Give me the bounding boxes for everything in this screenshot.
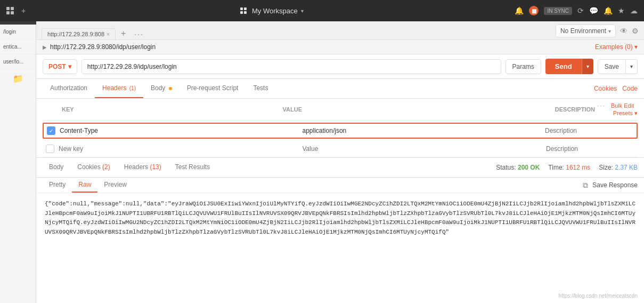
content-type-desc-input[interactable] [541,126,637,135]
col-actions: ··· Bulk Edit Presets ▾ [595,102,638,117]
request-bar: POST ▾ Params Send ▾ Save ▾ [36,54,644,79]
body-dot [169,87,172,90]
resp-headers-count: (13) [150,163,161,171]
method-dropdown[interactable]: POST ▾ [43,59,77,74]
cookies-link[interactable]: Cookies [594,85,617,92]
status-value: 200 OK [518,164,540,171]
examples-link[interactable]: Examples (0) ▾ [595,43,638,51]
star-icon[interactable]: ★ [618,6,625,15]
new-value-input[interactable] [298,144,542,154]
send-button[interactable]: Send [545,59,582,74]
tab-headers[interactable]: Headers (1) [95,79,143,98]
tab-tests[interactable]: Tests [246,79,275,98]
workspace-grid-icon2 [240,7,247,14]
time-label: Time: 1612 ms [548,164,590,171]
tab-test-results[interactable]: Test Results [169,160,216,175]
tab-headers-response[interactable]: Headers (13) [118,160,168,175]
breadcrumb-left: ▶ http://172.29.28.9:8080/idp/user/login [43,43,156,51]
add-tab-icon[interactable]: + [118,28,129,39]
format-subtabs: Pretty Raw Preview [43,178,133,193]
workspace-grid-icon [6,7,14,14]
content-type-key-input[interactable] [55,126,298,135]
sidebar-nav-item-userlo[interactable]: user/lo... [0,54,36,69]
tab-authorization[interactable]: Authorization [43,79,95,98]
env-label: No Environment [560,27,606,35]
subtab-raw[interactable]: Raw [72,178,97,193]
url-tabs-bar: http://172.29.28.9:808 × + ··· No Enviro… [36,21,644,40]
new-desc-input[interactable] [542,144,638,154]
tab-close-icon[interactable]: × [107,31,110,37]
code-link[interactable]: Code [622,85,638,92]
triangle-icon: ▶ [43,44,47,50]
environment-dropdown[interactable]: No Environment ▾ [556,25,616,37]
new-key-input[interactable] [54,144,298,154]
subtab-preview[interactable]: Preview [97,178,133,193]
watermark: https://blog.csdn.net/meiceatscdn [559,293,638,299]
gear-icon[interactable]: ⚙ [632,27,639,35]
time-value: 1612 ms [566,164,590,171]
save-chevron-button[interactable]: ▾ [626,59,638,74]
desc-col-header: Description [499,106,595,113]
sidebar-nav-item-entica[interactable]: entica... [0,39,36,54]
response-area: Body Cookies (2) Headers (13) Test Resul… [36,157,644,303]
request-tabs-bar: Authorization Headers (1) Body Pre-reque… [36,79,644,99]
response-tabs-bar: Body Cookies (2) Headers (13) Test Resul… [36,158,644,178]
workspace-label: My Workspace [252,7,298,15]
copy-icon[interactable]: ⧉ [583,181,588,190]
tab-cookies-response[interactable]: Cookies (2) [71,160,116,175]
content-type-value-input[interactable] [298,126,541,135]
bulk-edit-link[interactable]: Bulk Edit [611,102,634,109]
new-key-checkbox[interactable] [46,145,54,153]
cookies-count: (2) [102,163,110,171]
topbar: + My Workspace ▾ 🔔 ▦ IN SYNC ⟳ 💬 🔔 ★ ☁ [0,0,644,21]
method-label: POST [48,63,66,70]
breadcrumb-bar: ▶ http://172.29.28.9:8080/idp/user/login… [36,40,644,54]
format-subtabs-bar: Pretty Raw Preview ⧉ Save Response [36,178,644,193]
tabs-right: Cookies Code [594,85,638,92]
status-label: Status: 200 OK [496,164,540,171]
env-chevron-icon: ▾ [608,28,611,34]
save-response-button[interactable]: Save Response [592,181,638,189]
headers-count: (1) [129,85,136,91]
send-chevron-button[interactable]: ▾ [582,59,593,74]
app-wrapper: + My Workspace ▾ 🔔 ▦ IN SYNC ⟳ 💬 🔔 ★ ☁ [0,0,644,303]
content-type-checkbox[interactable]: ✓ [47,126,55,135]
value-col-header: Value [279,106,500,113]
new-key-row [43,141,638,157]
topbar-left: + [6,5,29,16]
tab-more-icon[interactable]: ··· [131,29,147,39]
history-icon[interactable]: ⟳ [577,6,584,15]
notification-icon[interactable]: 🔔 [515,6,524,15]
sync-badge: IN SYNC [544,7,572,15]
more-dots-icon[interactable]: ··· [597,102,606,109]
workspace-chevron[interactable]: ▾ [301,8,304,14]
breadcrumb-right: Examples (0) ▾ [595,43,638,51]
key-col-header: Key [58,106,279,113]
size-label: Size: 2.37 KB [599,164,638,171]
url-input[interactable] [81,59,501,74]
eye-icon[interactable]: 👁 [620,27,627,35]
upgrade-icon[interactable]: ▦ [529,6,539,15]
bell-icon[interactable]: 🔔 [604,6,613,15]
chat-icon[interactable]: 💬 [589,6,598,15]
headers-col-row: Key Value Description ··· Bulk Edit Pres… [43,99,638,121]
save-button[interactable]: Save [598,59,626,74]
response-status: Status: 200 OK Time: 1612 ms Size: 2.37 … [496,164,638,171]
sidebar-nav-item-login[interactable]: /login [0,25,36,39]
tab-body-response[interactable]: Body [43,160,70,175]
tab-body[interactable]: Body [143,79,180,98]
cloud-icon[interactable]: ☁ [630,6,638,15]
url-tab[interactable]: http://172.29.28.9:808 × [42,28,116,39]
tab-pre-request[interactable]: Pre-request Script [180,79,246,98]
breadcrumb-url: http://172.29.28.9:8080/idp/user/login [50,43,156,51]
subtab-pretty[interactable]: Pretty [43,178,72,193]
request-content: http://172.29.28.9:808 × + ··· No Enviro… [36,21,644,303]
send-button-group: Send ▾ [545,59,593,74]
add-tab-button[interactable]: + [18,5,29,16]
presets-link[interactable]: Presets ▾ [613,110,638,116]
json-content-area[interactable]: {"code":null,"message":null,"data":"eyJr… [36,193,644,303]
sidebar-folder-icon[interactable]: 📁 [0,69,36,88]
save-response-area: ⧉ Save Response [583,181,638,190]
params-button[interactable]: Params [506,59,541,74]
content-type-row: ✓ [43,123,638,139]
